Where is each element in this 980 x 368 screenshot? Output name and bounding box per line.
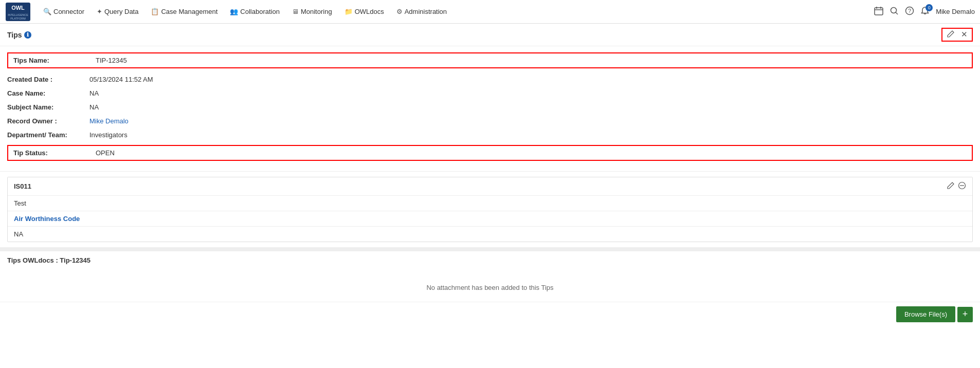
owldocs-header: Tips OWLdocs : Tip-12345 bbox=[7, 256, 973, 264]
notifications-icon[interactable]: 0 bbox=[920, 6, 930, 17]
tip-status-row: Tip Status: OPEN bbox=[7, 145, 973, 161]
notification-badge: 0 bbox=[925, 4, 933, 11]
svg-text:PLATFORM: PLATFORM bbox=[10, 17, 26, 20]
nav-monitoring-label: Monitoring bbox=[301, 8, 332, 15]
collaboration-icon: 👥 bbox=[230, 8, 238, 15]
tips-title-text: Tips bbox=[7, 31, 22, 39]
card-edit-button[interactable] bbox=[947, 181, 955, 191]
subject-name-value: NA bbox=[89, 103, 99, 111]
navbar: OWL INTELLIGENCE PLATFORM 🔍 Connector ✦ … bbox=[0, 0, 980, 24]
tips-info-icon: ℹ bbox=[24, 31, 31, 39]
search-icon[interactable] bbox=[890, 6, 899, 17]
nav-owldocs-label: OWLdocs bbox=[355, 8, 384, 15]
connector-icon: 🔍 bbox=[43, 8, 51, 15]
department-label: Department/ Team: bbox=[7, 131, 89, 139]
nav-administration[interactable]: ⚙ Administration bbox=[391, 0, 452, 24]
main-content: Tips ℹ ✕ Tips Name: TIP-12345 Created Da… bbox=[0, 24, 980, 326]
tip-status-label: Tip Status: bbox=[13, 149, 96, 157]
tips-name-value: TIP-12345 bbox=[96, 57, 127, 64]
created-date-value: 05/13/2024 11:52 AM bbox=[89, 76, 153, 83]
is011-card: IS011 Test Air Worthiness Code NA bbox=[7, 177, 973, 242]
owldocs-icon: 📁 bbox=[344, 8, 353, 15]
nav-administration-label: Administration bbox=[405, 8, 447, 15]
card-title: IS011 bbox=[14, 182, 31, 190]
card-air-value: NA bbox=[8, 227, 972, 242]
nav-query-data[interactable]: ✦ Query Data bbox=[92, 0, 143, 24]
subject-name-row: Subject Name: NA bbox=[7, 103, 973, 111]
owldocs-section: Tips OWLdocs : Tip-12345 bbox=[0, 251, 980, 273]
svg-rect-4 bbox=[875, 8, 883, 15]
case-name-label: Case Name: bbox=[7, 89, 89, 97]
monitoring-icon: 🖥 bbox=[292, 8, 299, 15]
tips-name-row: Tips Name: TIP-12345 bbox=[7, 52, 973, 68]
owldocs-footer: Browse File(s) + bbox=[0, 302, 980, 326]
help-icon[interactable]: ? bbox=[905, 6, 914, 17]
nav-owldocs[interactable]: 📁 OWLdocs bbox=[339, 0, 389, 24]
nav-monitoring[interactable]: 🖥 Monitoring bbox=[287, 0, 337, 24]
nav-query-data-label: Query Data bbox=[104, 8, 138, 15]
created-date-row: Created Date : 05/13/2024 11:52 AM bbox=[7, 76, 973, 83]
logo: OWL INTELLIGENCE PLATFORM bbox=[5, 2, 31, 22]
tips-title: Tips ℹ bbox=[7, 31, 31, 39]
record-owner-value[interactable]: Mike Demalo bbox=[89, 117, 129, 125]
calendar-icon[interactable] bbox=[874, 6, 883, 17]
tips-header-actions: ✕ bbox=[941, 28, 973, 42]
case-management-icon: 📋 bbox=[151, 8, 159, 15]
tip-status-value: OPEN bbox=[96, 149, 115, 157]
nav-connector-label: Connector bbox=[53, 8, 84, 15]
svg-line-9 bbox=[896, 12, 898, 14]
created-date-label: Created Date : bbox=[7, 76, 89, 83]
user-name[interactable]: Mike Demalo bbox=[936, 8, 975, 15]
department-row: Department/ Team: Investigators bbox=[7, 131, 973, 139]
svg-text:?: ? bbox=[908, 8, 911, 14]
card-actions bbox=[947, 181, 966, 191]
administration-icon: ⚙ bbox=[396, 8, 403, 15]
card-subtitle: Test bbox=[8, 196, 972, 211]
browse-files-button[interactable]: Browse File(s) bbox=[896, 306, 955, 322]
tips-close-button[interactable]: ✕ bbox=[959, 30, 970, 40]
owldocs-body: No attachment has been added to this Tip… bbox=[0, 273, 980, 302]
detail-section: Tips Name: TIP-12345 Created Date : 05/1… bbox=[0, 46, 980, 172]
navbar-right: ? 0 Mike Demalo bbox=[874, 6, 975, 17]
subject-name-label: Subject Name: bbox=[7, 103, 89, 111]
case-name-value: NA bbox=[89, 89, 99, 97]
nav-collaboration-label: Collaboration bbox=[240, 8, 280, 15]
case-name-row: Case Name: NA bbox=[7, 89, 973, 97]
svg-point-8 bbox=[891, 7, 897, 13]
card-header: IS011 bbox=[8, 177, 972, 196]
svg-text:INTELLIGENCE: INTELLIGENCE bbox=[8, 13, 28, 16]
section-divider bbox=[0, 247, 980, 251]
query-data-icon: ✦ bbox=[97, 8, 102, 15]
card-remove-button[interactable] bbox=[958, 181, 966, 191]
card-air-label: Air Worthiness Code bbox=[8, 211, 972, 227]
owldocs-empty-message: No attachment has been added to this Tip… bbox=[426, 284, 553, 291]
svg-text:OWL: OWL bbox=[11, 5, 25, 11]
tips-header: Tips ℹ ✕ bbox=[0, 24, 980, 46]
nav-case-management-label: Case Management bbox=[161, 8, 217, 15]
record-owner-label: Record Owner : bbox=[7, 117, 89, 125]
tips-edit-button[interactable] bbox=[945, 30, 957, 40]
nav-case-management[interactable]: 📋 Case Management bbox=[146, 0, 223, 24]
nav-connector[interactable]: 🔍 Connector bbox=[38, 0, 89, 24]
nav-collaboration[interactable]: 👥 Collaboration bbox=[225, 0, 285, 24]
record-owner-row: Record Owner : Mike Demalo bbox=[7, 117, 973, 125]
department-value: Investigators bbox=[89, 131, 128, 139]
add-file-button[interactable]: + bbox=[957, 307, 973, 322]
tips-name-label: Tips Name: bbox=[13, 57, 96, 64]
